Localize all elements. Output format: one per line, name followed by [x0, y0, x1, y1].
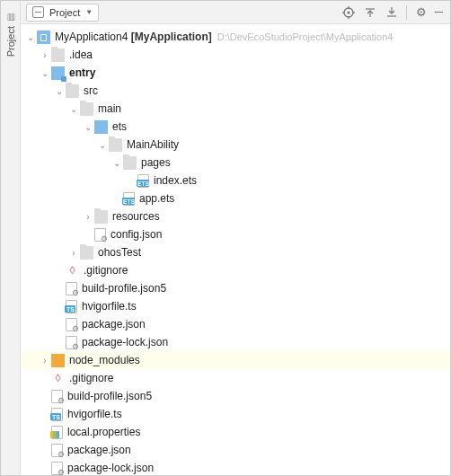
node-label: config.json	[111, 228, 162, 241]
node-label: main	[98, 102, 121, 115]
locate-file-button[interactable]	[338, 4, 359, 22]
tree-node-local-properties[interactable]: › local.properties	[21, 423, 450, 441]
tree-node-root-gitignore[interactable]: › ◊ .gitignore	[21, 369, 450, 387]
project-toolbar: Project ▼ ⚙	[21, 1, 450, 24]
properties-file-icon	[51, 426, 63, 439]
ets-file-icon: ETS	[123, 192, 135, 206]
chevron-right-icon[interactable]: ›	[39, 356, 51, 366]
tree-node-idea[interactable]: › .idea	[21, 46, 450, 64]
project-scope-selector[interactable]: Project ▼	[26, 4, 99, 22]
tree-node-node-modules[interactable]: › node_modules	[21, 351, 450, 369]
tree-node-root-package-lock[interactable]: › package-lock.json	[21, 459, 450, 475]
folder-icon	[109, 138, 122, 152]
json-file-icon	[66, 318, 77, 331]
tree-node-main[interactable]: ⌄ main	[21, 100, 450, 118]
svg-point-1	[347, 11, 349, 13]
project-tree[interactable]: ⌄ MyApplication4 [MyApplication] D:\DevE…	[21, 24, 450, 475]
tool-window-tab-project[interactable]: Project ▤	[1, 1, 21, 475]
folder-icon	[51, 48, 65, 62]
project-context-label: [MyApplication]	[131, 31, 212, 43]
json5-file-icon	[66, 282, 77, 295]
ts-file-icon: TS	[51, 408, 63, 421]
gitignore-icon: ◊	[66, 264, 79, 278]
tree-node-entry[interactable]: ⌄ entry	[21, 64, 450, 82]
tree-node-project-root[interactable]: ⌄ MyApplication4 [MyApplication] D:\DevE…	[21, 28, 450, 46]
json5-file-icon	[51, 390, 63, 403]
node-label: package-lock.json	[67, 462, 154, 474]
node-label: resources	[112, 210, 160, 223]
tree-node-entry-package-lock[interactable]: › package-lock.json	[21, 333, 450, 351]
tree-node-root-hvigorfile[interactable]: › TS hvigorfile.ts	[21, 405, 450, 423]
expand-all-icon	[364, 6, 376, 19]
node-label: local.properties	[67, 426, 140, 438]
tree-node-entry-gitignore[interactable]: › ◊ .gitignore	[21, 261, 450, 279]
node-label: hvigorfile.ts	[67, 408, 122, 420]
node-label: .gitignore	[69, 372, 113, 384]
tool-window-tab-label: Project ▤	[5, 13, 16, 57]
tree-node-entry-build-profile[interactable]: › build-profile.json5	[21, 279, 450, 297]
node-label: app.ets	[139, 192, 174, 205]
chevron-down-icon[interactable]: ⌄	[82, 122, 94, 132]
tree-node-mainability[interactable]: ⌄ MainAbility	[21, 136, 450, 154]
node-label: MainAbility	[127, 138, 179, 151]
tree-node-entry-package-json[interactable]: › package.json	[21, 315, 450, 333]
tree-node-config-json[interactable]: › config.json	[21, 225, 450, 243]
project-icon: ▤	[5, 13, 15, 22]
chevron-down-icon[interactable]: ⌄	[96, 140, 109, 150]
target-icon	[342, 6, 355, 19]
tree-node-pages[interactable]: ⌄ pages	[21, 154, 450, 172]
tree-node-ohostest[interactable]: › ohosTest	[21, 243, 450, 261]
collapse-all-icon	[385, 6, 398, 19]
chevron-right-icon[interactable]: ›	[67, 248, 80, 258]
node-label: pages	[141, 156, 171, 169]
drag-handle-icon	[6, 4, 15, 7]
tree-node-root-package-json[interactable]: › package.json	[21, 441, 450, 459]
ts-file-icon: TS	[66, 300, 77, 313]
node-label: .idea	[69, 48, 93, 61]
hide-button[interactable]	[432, 4, 445, 22]
gear-icon: ⚙	[416, 5, 427, 19]
tree-node-src[interactable]: ⌄ src	[21, 82, 450, 100]
node-label: index.ets	[154, 174, 197, 187]
chevron-down-icon[interactable]: ⌄	[24, 32, 37, 42]
project-path-label: D:\DevEcoStudioProject\MyApplication4	[217, 31, 394, 42]
tree-node-root-build-profile[interactable]: › build-profile.json5	[21, 387, 450, 405]
source-folder-icon	[94, 120, 108, 134]
project-name-label: MyApplication4	[55, 31, 128, 43]
tree-node-entry-hvigorfile[interactable]: › TS hvigorfile.ts	[21, 297, 450, 315]
chevron-down-icon[interactable]: ⌄	[67, 104, 80, 114]
json-file-icon	[66, 336, 77, 349]
json-file-icon	[51, 444, 63, 457]
tree-node-ets[interactable]: ⌄ ets	[21, 118, 450, 136]
project-folder-icon	[37, 31, 50, 44]
folder-icon	[80, 246, 93, 260]
gitignore-icon: ◊	[51, 372, 65, 385]
module-folder-icon	[51, 66, 65, 80]
chevron-right-icon[interactable]: ›	[39, 50, 51, 60]
node-label: build-profile.json5	[67, 390, 152, 402]
folder-icon	[80, 102, 93, 116]
tree-node-app-ets[interactable]: › ETS app.ets	[21, 190, 450, 207]
expand-all-button[interactable]	[359, 4, 381, 22]
node-label: build-profile.json5	[82, 282, 166, 295]
node-label: entry	[69, 66, 95, 79]
chevron-down-icon[interactable]: ⌄	[53, 86, 66, 96]
node-label: node_modules	[69, 354, 140, 366]
excluded-folder-icon	[51, 354, 65, 367]
settings-button[interactable]: ⚙	[411, 4, 432, 22]
tree-node-resources[interactable]: › resources	[21, 207, 450, 225]
chevron-down-icon[interactable]: ⌄	[39, 68, 51, 78]
node-label: package.json	[67, 444, 131, 456]
node-label: ets	[112, 120, 127, 133]
collapse-all-button[interactable]	[381, 4, 402, 22]
folder-icon	[123, 156, 137, 170]
node-label: src	[84, 84, 98, 97]
chevron-down-icon[interactable]: ⌄	[111, 158, 123, 168]
json-file-icon	[94, 228, 106, 242]
minimize-icon	[435, 12, 443, 13]
chevron-right-icon[interactable]: ›	[82, 212, 94, 222]
chevron-down-icon: ▼	[85, 8, 93, 16]
tree-node-index-ets[interactable]: › ETS index.ets	[21, 172, 450, 190]
node-label: hvigorfile.ts	[82, 300, 137, 313]
node-label: ohosTest	[98, 246, 141, 259]
